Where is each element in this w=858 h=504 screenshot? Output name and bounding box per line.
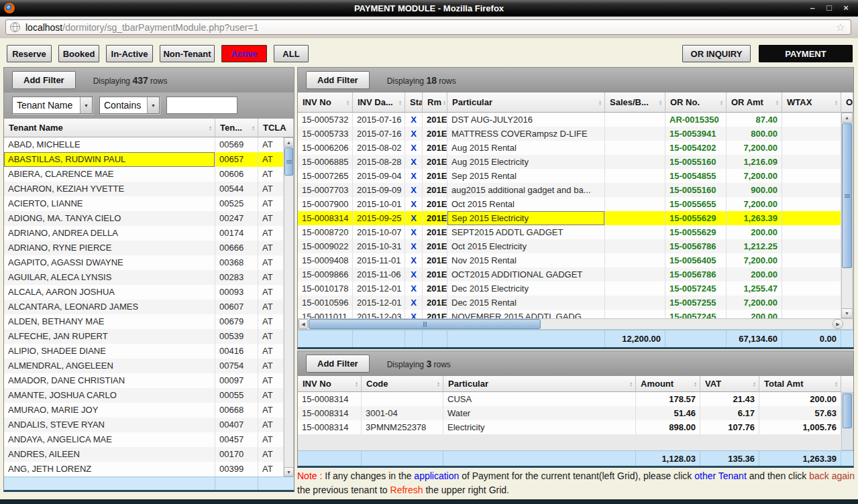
cell[interactable]: 1,212.25 — [727, 239, 782, 253]
cell[interactable] — [362, 392, 443, 406]
add-filter-button[interactable]: Add Filter — [306, 71, 370, 89]
cell[interactable]: 200.00 — [727, 225, 782, 239]
column-header[interactable]: Code▲▼ — [362, 376, 443, 392]
cell[interactable]: 00679 — [215, 314, 258, 329]
cell[interactable]: 15-0055629 — [665, 211, 727, 225]
cell[interactable]: 201E — [423, 296, 447, 310]
cell[interactable]: AT — [258, 314, 284, 329]
cell[interactable]: 00055 — [215, 388, 258, 403]
cell[interactable]: 00457 — [215, 432, 258, 447]
cell[interactable]: 2015-07-16 — [353, 127, 405, 141]
cell[interactable]: 15-0007703 — [298, 183, 353, 197]
cell[interactable]: AT — [258, 462, 284, 477]
cell[interactable]: 3001-04 — [362, 406, 443, 420]
cell[interactable]: X — [405, 155, 423, 169]
cell[interactable] — [605, 127, 665, 141]
cell[interactable] — [782, 310, 841, 318]
table-row[interactable]: 15-00110112015-12-03X201ENOVEMBER 2015 A… — [298, 310, 853, 318]
cell[interactable]: 201E — [423, 267, 447, 281]
cell[interactable]: 00416 — [215, 344, 258, 359]
cell[interactable]: AT — [258, 403, 284, 418]
cell[interactable]: 1,216.09 — [727, 155, 782, 169]
scroll-up-arrow[interactable]: ▲ — [284, 137, 294, 147]
cell[interactable]: 15-0005733 — [298, 127, 353, 141]
cell[interactable]: 15-0010178 — [298, 281, 353, 296]
or-inquiry-button[interactable]: OR INQUIRY — [682, 45, 751, 62]
reserve-button[interactable]: Reserve — [7, 45, 52, 62]
cell[interactable]: Nov 2015 Rental — [447, 253, 605, 267]
cell[interactable]: AT — [258, 211, 284, 226]
table-row[interactable]: ADRIANO, ANDREA DELLA00174AT — [4, 226, 284, 241]
cell[interactable]: AMURAO, MARIE JOY — [4, 403, 215, 418]
cell[interactable]: ABAD, MICHELLE — [4, 137, 215, 152]
filter-value-input[interactable] — [166, 97, 237, 114]
cell[interactable]: X — [405, 239, 423, 253]
cell[interactable]: Electricity — [443, 420, 636, 434]
table-row[interactable]: ACIERTO, LIANNE00525AT — [4, 196, 284, 211]
cell[interactable]: 201E — [423, 127, 447, 141]
cell[interactable]: 201E — [423, 183, 447, 197]
cell[interactable] — [782, 169, 841, 183]
cell[interactable] — [605, 197, 665, 211]
cell[interactable]: AT — [258, 270, 284, 285]
cell[interactable]: 201E — [423, 239, 447, 253]
column-header[interactable]: Or — [841, 92, 853, 113]
cell[interactable]: AMANTE, JOSHUA CARLO — [4, 388, 215, 403]
cell[interactable] — [605, 141, 665, 155]
cell[interactable]: ADIONG, MA. TANYA CIELO — [4, 211, 215, 226]
cell[interactable]: 15-0011011 — [298, 310, 353, 318]
cell[interactable]: AT — [258, 373, 284, 388]
cell[interactable]: 15-0055160 — [665, 155, 727, 169]
cell[interactable]: 21.43 — [700, 392, 759, 406]
bookmark-star-icon[interactable]: ☆ — [836, 22, 845, 33]
cell[interactable]: AT — [258, 432, 284, 447]
cell[interactable]: ALIPIO, SHADEE DIANE — [4, 344, 215, 359]
cell[interactable] — [782, 225, 841, 239]
cell[interactable]: MATTRESS COVERampsz D-LIFE — [447, 127, 605, 141]
column-header[interactable]: Amount▲▼ — [636, 376, 700, 392]
cell[interactable]: Oct 2015 Electricity — [447, 239, 605, 253]
cell[interactable] — [782, 211, 841, 225]
table-row[interactable]: 15-00057322015-07-16X201EDST AUG-JULY201… — [298, 113, 853, 127]
cell[interactable]: 2015-09-09 — [353, 183, 405, 197]
cell[interactable]: AT — [258, 418, 284, 432]
cell[interactable]: 00544 — [215, 182, 258, 196]
cell[interactable]: AT — [258, 196, 284, 211]
cell[interactable]: AT — [258, 388, 284, 403]
table-row[interactable]: 15-00098662015-11-06X201EOCT2015 ADDITIO… — [298, 267, 853, 281]
active-button[interactable]: Active — [221, 45, 267, 62]
cell[interactable]: 201E — [423, 113, 447, 127]
cell[interactable]: 201E — [423, 211, 447, 225]
cell[interactable]: 15-0008314 — [298, 211, 353, 225]
cell[interactable] — [782, 267, 841, 281]
cell[interactable]: 2015-11-06 — [353, 267, 405, 281]
cell[interactable]: DST AUG-JULY2016 — [447, 113, 605, 127]
cell[interactable]: 00407 — [215, 418, 258, 432]
column-header[interactable]: INV Da...▲▼ — [353, 92, 405, 113]
cell[interactable]: 7,200.00 — [727, 169, 782, 183]
scroll-up-arrow[interactable]: ▲ — [841, 113, 853, 123]
cell[interactable] — [605, 155, 665, 169]
table-row[interactable]: 15-00077032015-09-09X201Eaug2015 additio… — [298, 183, 853, 197]
cell[interactable]: 15-0008314 — [298, 406, 362, 420]
column-header[interactable]: INV No▲▼ — [298, 376, 362, 392]
cell[interactable]: Aug 2015 Rental — [447, 141, 605, 155]
cell[interactable]: ANG, JETH LORENZ — [4, 462, 215, 477]
table-row[interactable]: 15-00090222015-10-31X201EOct 2015 Electr… — [298, 239, 853, 253]
column-header[interactable]: Sta — [405, 92, 423, 113]
cell[interactable]: 00399 — [215, 462, 258, 477]
column-header[interactable]: WTAX▲▼ — [782, 92, 841, 113]
cell[interactable]: 200.00 — [759, 392, 841, 406]
scroll-right-arrow[interactable]: ▶ — [833, 319, 843, 329]
column-header[interactable]: Ten...▲▼ — [215, 119, 258, 137]
cell[interactable] — [605, 310, 665, 318]
cell[interactable]: 15-0009866 — [298, 267, 353, 281]
in-active-button[interactable]: In-Active — [106, 45, 153, 62]
cell[interactable]: 51.46 — [636, 406, 700, 420]
table-row[interactable]: ALDEN, BETHANY MAE00679AT — [4, 314, 284, 329]
cell[interactable]: X — [405, 141, 423, 155]
cell[interactable]: AT — [258, 167, 284, 182]
cell[interactable]: 201E — [423, 197, 447, 211]
cell[interactable] — [782, 253, 841, 267]
cell[interactable] — [605, 225, 665, 239]
